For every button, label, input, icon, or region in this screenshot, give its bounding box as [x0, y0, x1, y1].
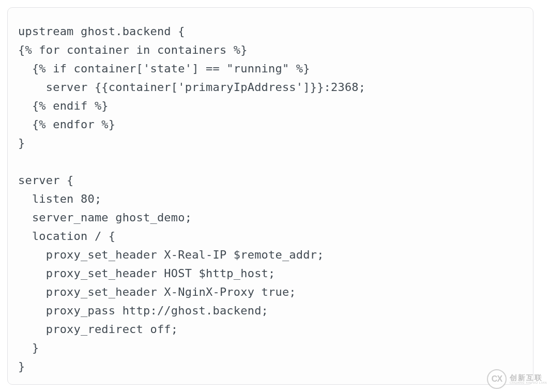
watermark-sub-text: CHUANG XIN HU LIAN [510, 381, 547, 384]
watermark-logo-icon: CX [487, 369, 507, 389]
watermark-text: 创新互联 CHUANG XIN HU LIAN [510, 374, 547, 384]
code-content: upstream ghost.backend { {% for containe… [18, 22, 523, 376]
watermark-main-text: 创新互联 [510, 374, 547, 381]
watermark: CX 创新互联 CHUANG XIN HU LIAN [487, 369, 547, 389]
code-block-card: upstream ghost.backend { {% for containe… [7, 7, 533, 385]
